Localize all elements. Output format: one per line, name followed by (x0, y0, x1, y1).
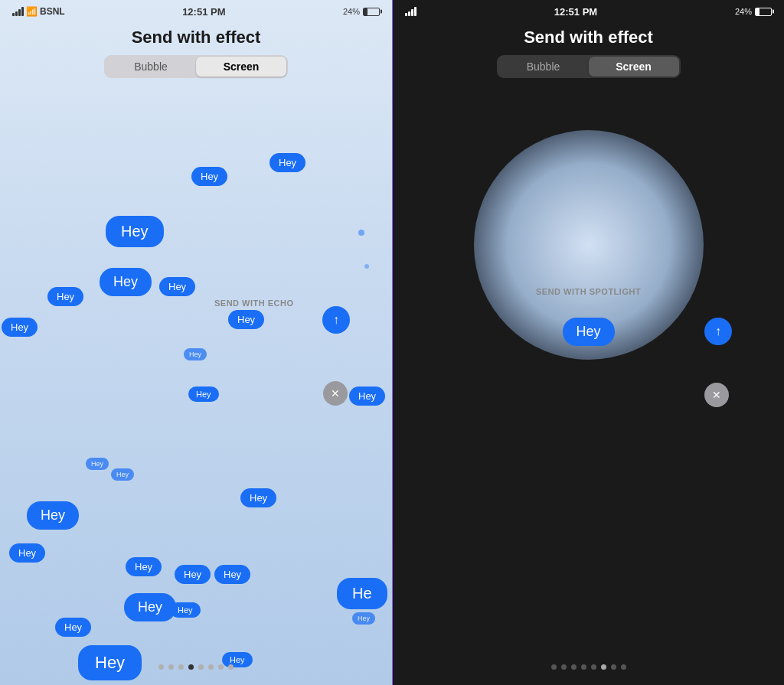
header-right: Send with effect (393, 21, 784, 55)
tab-screen-left[interactable]: Screen (196, 57, 286, 77)
status-bar-left: 📶 BSNL 12:51 PM 24% (0, 0, 392, 21)
battery-percent-left: 24% (343, 7, 360, 16)
bubble-14: Hey (240, 488, 276, 507)
dot-7[interactable] (218, 664, 224, 670)
left-panel: 📶 BSNL 12:51 PM 24% Send with effect Bub… (0, 0, 392, 685)
bubble-12: Hey (86, 458, 109, 470)
status-left-right (405, 7, 416, 16)
dot-8[interactable] (228, 664, 234, 670)
bubble-11: Hey (349, 387, 385, 406)
rdot-5[interactable] (591, 664, 596, 670)
dot-6[interactable] (208, 664, 214, 670)
bubble-1: Hey (191, 167, 227, 186)
time-right: 12:51 PM (554, 6, 597, 18)
bubble-4: Hey (100, 268, 152, 296)
segmented-wrapper-right: Bubble Screen (393, 55, 784, 78)
right-panel: 12:51 PM 24% Send with effect Bubble Scr… (392, 0, 784, 685)
signal-icon (12, 7, 24, 16)
send-button-right[interactable]: ↑ (704, 318, 732, 345)
rdot-7[interactable] (611, 664, 616, 670)
main-bubble-text: Hey (576, 324, 600, 339)
carrier-label: BSNL (40, 6, 65, 17)
signal-icon-right (405, 7, 416, 16)
bubble-19: Hey (214, 565, 250, 584)
float-dot-1 (358, 230, 364, 236)
effect-label-left: SEND WITH ECHO (214, 298, 294, 308)
send-icon-right: ↑ (715, 325, 721, 338)
bubble-8: Hey (2, 318, 38, 337)
header-left: Send with effect (0, 21, 392, 55)
cancel-icon-right: ✕ (712, 389, 721, 401)
bubble-16: Hey (9, 543, 45, 563)
cancel-icon-left: ✕ (331, 387, 340, 400)
segmented-wrapper-left: Bubble Screen (0, 55, 392, 78)
bubble-13: Hey (111, 468, 134, 481)
dot-3[interactable] (178, 664, 184, 670)
rdot-1[interactable] (551, 664, 557, 670)
bubble-23: Hey (78, 645, 142, 680)
rdot-6-active[interactable] (601, 664, 606, 670)
page-dots-left (0, 664, 392, 670)
rdot-2[interactable] (561, 664, 567, 670)
effect-label-right: SEND WITH SPOTLIGHT (536, 287, 641, 296)
rdot-8[interactable] (621, 664, 626, 670)
bubble-7: Hey (228, 310, 264, 329)
dot-2[interactable] (168, 664, 174, 670)
battery-icon-right (755, 8, 772, 16)
status-left: 📶 BSNL (12, 6, 65, 17)
dot-4-active[interactable] (188, 664, 194, 670)
cancel-button-left[interactable]: ✕ (323, 381, 348, 406)
bubble-26: Hey (352, 612, 375, 625)
bubble-18: Hey (175, 565, 211, 584)
segmented-right: Bubble Screen (497, 55, 681, 78)
title-right: Send with effect (393, 28, 784, 47)
title-left: Send with effect (0, 28, 392, 47)
send-icon-left: ↑ (333, 313, 339, 327)
bubble-25: He (337, 578, 387, 609)
dot-1[interactable] (158, 664, 164, 670)
bubble-15: Hey (27, 501, 79, 530)
battery-percent-right: 24% (735, 7, 752, 16)
status-bar-right: 12:51 PM 24% (393, 0, 784, 21)
bubble-20: Hey (124, 593, 176, 621)
time-left: 12:51 PM (182, 6, 225, 18)
battery-right-panel: 24% (735, 7, 772, 16)
main-bubble-right: Hey (562, 318, 614, 346)
battery-right: 24% (343, 7, 380, 16)
bubble-2: Hey (270, 153, 305, 172)
rdot-4[interactable] (581, 664, 586, 670)
bubble-9: Hey (184, 348, 207, 360)
segmented-left: Bubble Screen (104, 55, 288, 78)
bubble-6: Hey (47, 287, 83, 306)
bubble-5: Hey (159, 277, 195, 296)
bubble-3: Hey (106, 216, 164, 247)
bubble-10: Hey (188, 387, 219, 402)
rdot-3[interactable] (571, 664, 577, 670)
wifi-icon: 📶 (26, 6, 38, 17)
dot-5[interactable] (198, 664, 204, 670)
tab-bubble-left[interactable]: Bubble (106, 57, 196, 77)
tab-bubble-right[interactable]: Bubble (498, 57, 589, 77)
float-dot-2 (364, 264, 369, 269)
page-dots-right (393, 664, 784, 670)
bubble-21: Hey (55, 618, 91, 637)
send-button-left[interactable]: ↑ (322, 306, 350, 334)
battery-icon-left (363, 8, 380, 16)
tab-screen-right[interactable]: Screen (589, 57, 679, 77)
cancel-button-right[interactable]: ✕ (704, 383, 729, 407)
bubble-17: Hey (126, 557, 162, 576)
bubble-22: Hey (170, 602, 201, 618)
